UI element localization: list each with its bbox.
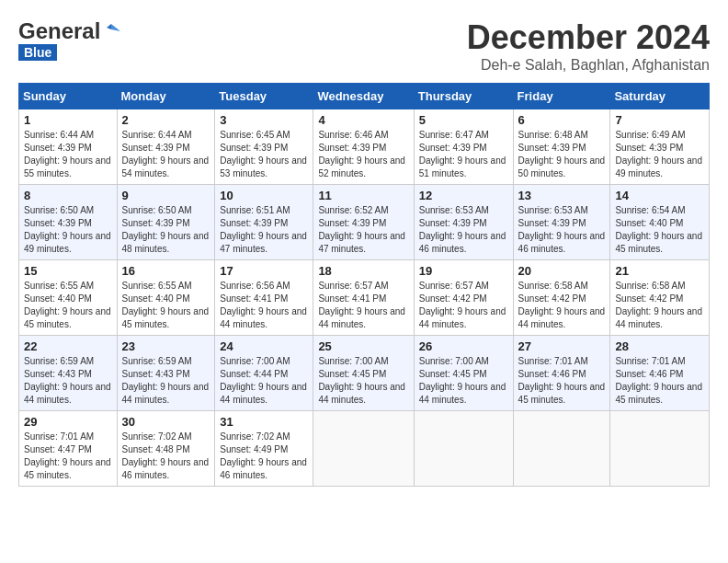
day-number: 22: [24, 339, 112, 353]
calendar-cell: 17 Sunrise: 6:56 AM Sunset: 4:41 PM Dayl…: [215, 260, 313, 336]
day-info: Sunrise: 6:52 AM Sunset: 4:39 PM Dayligh…: [318, 204, 408, 256]
day-info: Sunrise: 6:47 AM Sunset: 4:39 PM Dayligh…: [419, 129, 508, 180]
day-number: 2: [122, 113, 210, 127]
day-info: Sunrise: 7:01 AM Sunset: 4:46 PM Dayligh…: [615, 355, 704, 407]
logo-general: General: [18, 18, 100, 44]
day-number: 26: [419, 339, 508, 353]
day-info: Sunrise: 6:55 AM Sunset: 4:40 PM Dayligh…: [24, 280, 112, 331]
logo-bird-icon: [102, 22, 120, 40]
day-number: 6: [518, 113, 606, 127]
day-info: Sunrise: 7:00 AM Sunset: 4:45 PM Dayligh…: [419, 355, 508, 407]
calendar-cell: 14 Sunrise: 6:54 AM Sunset: 4:40 PM Dayl…: [610, 185, 710, 260]
day-number: 10: [220, 189, 308, 202]
header-saturday: Saturday: [610, 84, 710, 109]
header-monday: Monday: [117, 84, 215, 109]
calendar-cell: 27 Sunrise: 7:01 AM Sunset: 4:46 PM Dayl…: [513, 336, 610, 411]
svg-marker-1: [107, 24, 111, 29]
day-number: 19: [419, 264, 508, 278]
location: Deh-e Salah, Baghlan, Afghanistan: [467, 57, 710, 74]
day-info: Sunrise: 6:44 AM Sunset: 4:39 PM Dayligh…: [122, 129, 210, 180]
calendar-cell: 10 Sunrise: 6:51 AM Sunset: 4:39 PM Dayl…: [215, 185, 313, 260]
day-number: 20: [518, 264, 606, 278]
day-number: 9: [122, 189, 210, 202]
day-number: 1: [24, 113, 112, 127]
calendar-week-row: 8 Sunrise: 6:50 AM Sunset: 4:39 PM Dayli…: [19, 185, 710, 260]
day-number: 28: [615, 339, 704, 353]
calendar-cell: 31 Sunrise: 7:02 AM Sunset: 4:49 PM Dayl…: [215, 411, 313, 487]
calendar-cell: 6 Sunrise: 6:48 AM Sunset: 4:39 PM Dayli…: [513, 109, 610, 185]
calendar-cell: 16 Sunrise: 6:55 AM Sunset: 4:40 PM Dayl…: [117, 260, 215, 336]
day-info: Sunrise: 6:58 AM Sunset: 4:42 PM Dayligh…: [518, 280, 606, 331]
calendar-cell: [414, 411, 513, 487]
day-number: 25: [318, 339, 408, 353]
calendar-cell: 19 Sunrise: 6:57 AM Sunset: 4:42 PM Dayl…: [414, 260, 513, 336]
day-info: Sunrise: 6:50 AM Sunset: 4:39 PM Dayligh…: [24, 204, 112, 256]
day-number: 13: [518, 189, 606, 202]
month-title: December 2024: [467, 18, 710, 57]
day-number: 14: [615, 189, 704, 202]
calendar-cell: 5 Sunrise: 6:47 AM Sunset: 4:39 PM Dayli…: [414, 109, 513, 185]
calendar-table: SundayMondayTuesdayWednesdayThursdayFrid…: [18, 83, 710, 487]
day-info: Sunrise: 6:56 AM Sunset: 4:41 PM Dayligh…: [220, 280, 308, 331]
calendar-cell: 22 Sunrise: 6:59 AM Sunset: 4:43 PM Dayl…: [19, 336, 118, 411]
day-info: Sunrise: 7:02 AM Sunset: 4:49 PM Dayligh…: [220, 431, 308, 482]
day-info: Sunrise: 6:49 AM Sunset: 4:39 PM Dayligh…: [615, 129, 704, 180]
calendar-cell: 15 Sunrise: 6:55 AM Sunset: 4:40 PM Dayl…: [19, 260, 118, 336]
title-area: December 2024 Deh-e Salah, Baghlan, Afgh…: [467, 18, 710, 74]
day-number: 21: [615, 264, 704, 278]
day-number: 12: [419, 189, 508, 202]
day-info: Sunrise: 6:46 AM Sunset: 4:39 PM Dayligh…: [318, 129, 408, 180]
calendar-cell: 25 Sunrise: 7:00 AM Sunset: 4:45 PM Dayl…: [313, 336, 414, 411]
day-info: Sunrise: 6:51 AM Sunset: 4:39 PM Dayligh…: [220, 204, 308, 256]
calendar-cell: [313, 411, 414, 487]
day-number: 29: [24, 415, 112, 429]
day-info: Sunrise: 7:02 AM Sunset: 4:48 PM Dayligh…: [122, 431, 210, 482]
day-number: 17: [220, 264, 308, 278]
header-sunday: Sunday: [19, 84, 118, 109]
header-friday: Friday: [513, 84, 610, 109]
day-number: 30: [122, 415, 210, 429]
day-number: 4: [318, 113, 408, 127]
day-number: 3: [220, 113, 308, 127]
svg-marker-0: [111, 24, 120, 31]
day-info: Sunrise: 6:45 AM Sunset: 4:39 PM Dayligh…: [220, 129, 308, 180]
calendar-cell: 1 Sunrise: 6:44 AM Sunset: 4:39 PM Dayli…: [19, 109, 118, 185]
day-number: 23: [122, 339, 210, 353]
day-number: 24: [220, 339, 308, 353]
day-info: Sunrise: 7:00 AM Sunset: 4:44 PM Dayligh…: [220, 355, 308, 407]
calendar-cell: 8 Sunrise: 6:50 AM Sunset: 4:39 PM Dayli…: [19, 185, 118, 260]
header-thursday: Thursday: [414, 84, 513, 109]
day-number: 5: [419, 113, 508, 127]
day-info: Sunrise: 6:55 AM Sunset: 4:40 PM Dayligh…: [122, 280, 210, 331]
day-info: Sunrise: 6:48 AM Sunset: 4:39 PM Dayligh…: [518, 129, 606, 180]
calendar-week-row: 22 Sunrise: 6:59 AM Sunset: 4:43 PM Dayl…: [19, 336, 710, 411]
logo-blue-label: Blue: [18, 44, 57, 61]
calendar-cell: 24 Sunrise: 7:00 AM Sunset: 4:44 PM Dayl…: [215, 336, 313, 411]
logo: General Blue: [18, 18, 120, 61]
calendar-week-row: 29 Sunrise: 7:01 AM Sunset: 4:47 PM Dayl…: [19, 411, 710, 487]
day-info: Sunrise: 6:58 AM Sunset: 4:42 PM Dayligh…: [615, 280, 704, 331]
day-info: Sunrise: 6:59 AM Sunset: 4:43 PM Dayligh…: [122, 355, 210, 407]
calendar-cell: 23 Sunrise: 6:59 AM Sunset: 4:43 PM Dayl…: [117, 336, 215, 411]
calendar-cell: 4 Sunrise: 6:46 AM Sunset: 4:39 PM Dayli…: [313, 109, 414, 185]
day-info: Sunrise: 6:59 AM Sunset: 4:43 PM Dayligh…: [24, 355, 112, 407]
header-wednesday: Wednesday: [313, 84, 414, 109]
calendar-cell: 11 Sunrise: 6:52 AM Sunset: 4:39 PM Dayl…: [313, 185, 414, 260]
day-info: Sunrise: 6:53 AM Sunset: 4:39 PM Dayligh…: [518, 204, 606, 256]
day-info: Sunrise: 6:54 AM Sunset: 4:40 PM Dayligh…: [615, 204, 704, 256]
calendar-cell: 12 Sunrise: 6:53 AM Sunset: 4:39 PM Dayl…: [414, 185, 513, 260]
day-number: 8: [24, 189, 112, 202]
calendar-cell: 26 Sunrise: 7:00 AM Sunset: 4:45 PM Dayl…: [414, 336, 513, 411]
day-number: 11: [318, 189, 408, 202]
calendar-cell: 21 Sunrise: 6:58 AM Sunset: 4:42 PM Dayl…: [610, 260, 710, 336]
day-info: Sunrise: 7:00 AM Sunset: 4:45 PM Dayligh…: [318, 355, 408, 407]
calendar-cell: 3 Sunrise: 6:45 AM Sunset: 4:39 PM Dayli…: [215, 109, 313, 185]
calendar-cell: 9 Sunrise: 6:50 AM Sunset: 4:39 PM Dayli…: [117, 185, 215, 260]
calendar-cell: 7 Sunrise: 6:49 AM Sunset: 4:39 PM Dayli…: [610, 109, 710, 185]
calendar-cell: 20 Sunrise: 6:58 AM Sunset: 4:42 PM Dayl…: [513, 260, 610, 336]
day-info: Sunrise: 6:44 AM Sunset: 4:39 PM Dayligh…: [24, 129, 112, 180]
calendar-cell: 29 Sunrise: 7:01 AM Sunset: 4:47 PM Dayl…: [19, 411, 118, 487]
calendar-week-row: 1 Sunrise: 6:44 AM Sunset: 4:39 PM Dayli…: [19, 109, 710, 185]
page-header: General Blue December 2024 Deh-e Salah, …: [18, 18, 710, 74]
day-number: 7: [615, 113, 704, 127]
